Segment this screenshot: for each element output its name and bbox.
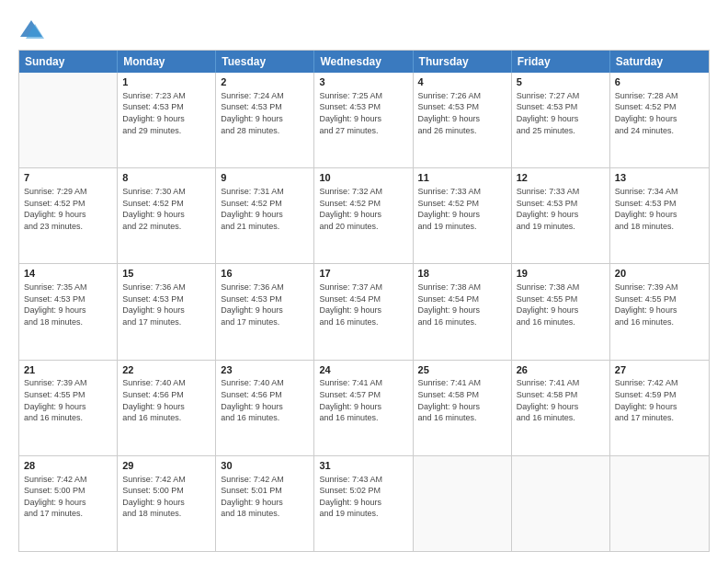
day-info: Sunrise: 7:41 AM Sunset: 4:57 PM Dayligh…: [319, 377, 407, 423]
calendar-cell: 22Sunrise: 7:40 AM Sunset: 4:56 PM Dayli…: [118, 361, 216, 455]
day-number: 26: [517, 363, 605, 377]
day-info: Sunrise: 7:23 AM Sunset: 4:53 PM Dayligh…: [122, 90, 210, 136]
day-number: 2: [221, 75, 309, 89]
day-number: 25: [418, 363, 506, 377]
day-info: Sunrise: 7:40 AM Sunset: 4:56 PM Dayligh…: [122, 377, 210, 423]
calendar-cell: 24Sunrise: 7:41 AM Sunset: 4:57 PM Dayli…: [314, 361, 413, 455]
calendar-row: 14Sunrise: 7:35 AM Sunset: 4:53 PM Dayli…: [19, 263, 709, 359]
day-info: Sunrise: 7:26 AM Sunset: 4:53 PM Dayligh…: [418, 90, 506, 136]
calendar-cell: 20Sunrise: 7:39 AM Sunset: 4:55 PM Dayli…: [610, 264, 709, 359]
day-info: Sunrise: 7:42 AM Sunset: 5:00 PM Dayligh…: [24, 474, 112, 520]
day-number: 8: [122, 171, 210, 185]
day-info: Sunrise: 7:36 AM Sunset: 4:53 PM Dayligh…: [221, 282, 309, 327]
day-info: Sunrise: 7:35 AM Sunset: 4:53 PM Dayligh…: [24, 282, 112, 327]
calendar-row: 1Sunrise: 7:23 AM Sunset: 4:53 PM Daylig…: [19, 73, 709, 167]
calendar-header-cell: Tuesday: [216, 51, 314, 73]
day-info: Sunrise: 7:42 AM Sunset: 5:01 PM Dayligh…: [221, 474, 309, 520]
day-number: 31: [319, 459, 407, 473]
day-number: 16: [221, 267, 309, 281]
day-number: 27: [615, 363, 704, 377]
calendar-cell: 19Sunrise: 7:38 AM Sunset: 4:55 PM Dayli…: [512, 264, 610, 359]
calendar-cell: 17Sunrise: 7:37 AM Sunset: 4:54 PM Dayli…: [314, 264, 413, 359]
calendar-cell: 8Sunrise: 7:30 AM Sunset: 4:52 PM Daylig…: [118, 168, 216, 263]
calendar-header-cell: Thursday: [414, 51, 512, 73]
day-number: 28: [24, 459, 112, 473]
day-number: 18: [418, 267, 506, 281]
day-number: 30: [221, 459, 309, 473]
day-info: Sunrise: 7:33 AM Sunset: 4:53 PM Dayligh…: [517, 186, 605, 232]
day-number: 5: [517, 75, 605, 89]
logo-icon: [18, 17, 44, 42]
calendar-cell: 23Sunrise: 7:40 AM Sunset: 4:56 PM Dayli…: [216, 361, 314, 455]
calendar-cell: [19, 73, 118, 167]
day-info: Sunrise: 7:40 AM Sunset: 4:56 PM Dayligh…: [221, 377, 309, 423]
calendar-cell: 27Sunrise: 7:42 AM Sunset: 4:59 PM Dayli…: [610, 361, 709, 455]
calendar-header-cell: Saturday: [610, 51, 709, 73]
calendar-header: SundayMondayTuesdayWednesdayThursdayFrid…: [19, 51, 709, 73]
calendar-cell: 29Sunrise: 7:42 AM Sunset: 5:00 PM Dayli…: [118, 456, 216, 551]
calendar-row: 28Sunrise: 7:42 AM Sunset: 5:00 PM Dayli…: [19, 455, 709, 551]
calendar-cell: 15Sunrise: 7:36 AM Sunset: 4:53 PM Dayli…: [118, 264, 216, 359]
day-number: 23: [221, 363, 309, 377]
day-number: 4: [418, 75, 506, 89]
logo: [18, 17, 48, 42]
day-info: Sunrise: 7:24 AM Sunset: 4:53 PM Dayligh…: [221, 90, 309, 136]
calendar-header-cell: Wednesday: [314, 51, 413, 73]
calendar-cell: 1Sunrise: 7:23 AM Sunset: 4:53 PM Daylig…: [118, 73, 216, 167]
calendar-cell: 4Sunrise: 7:26 AM Sunset: 4:53 PM Daylig…: [414, 73, 512, 167]
day-info: Sunrise: 7:41 AM Sunset: 4:58 PM Dayligh…: [517, 377, 605, 423]
calendar-cell: 31Sunrise: 7:43 AM Sunset: 5:02 PM Dayli…: [314, 456, 413, 551]
day-info: Sunrise: 7:34 AM Sunset: 4:53 PM Dayligh…: [615, 186, 704, 232]
calendar-cell: 6Sunrise: 7:28 AM Sunset: 4:52 PM Daylig…: [610, 73, 709, 167]
day-number: 9: [221, 171, 309, 185]
calendar-cell: 9Sunrise: 7:31 AM Sunset: 4:52 PM Daylig…: [216, 168, 314, 263]
calendar-cell: [610, 456, 709, 551]
day-info: Sunrise: 7:30 AM Sunset: 4:52 PM Dayligh…: [122, 186, 210, 232]
day-info: Sunrise: 7:41 AM Sunset: 4:58 PM Dayligh…: [418, 377, 506, 423]
day-info: Sunrise: 7:39 AM Sunset: 4:55 PM Dayligh…: [615, 282, 704, 327]
day-number: 10: [319, 171, 407, 185]
calendar-cell: 18Sunrise: 7:38 AM Sunset: 4:54 PM Dayli…: [414, 264, 512, 359]
day-info: Sunrise: 7:43 AM Sunset: 5:02 PM Dayligh…: [319, 474, 407, 520]
day-number: 13: [615, 171, 704, 185]
day-info: Sunrise: 7:39 AM Sunset: 4:55 PM Dayligh…: [24, 377, 112, 423]
calendar-cell: 10Sunrise: 7:32 AM Sunset: 4:52 PM Dayli…: [314, 168, 413, 263]
calendar-cell: 25Sunrise: 7:41 AM Sunset: 4:58 PM Dayli…: [414, 361, 512, 455]
calendar-cell: 26Sunrise: 7:41 AM Sunset: 4:58 PM Dayli…: [512, 361, 610, 455]
day-number: 22: [122, 363, 210, 377]
day-info: Sunrise: 7:38 AM Sunset: 4:55 PM Dayligh…: [517, 282, 605, 327]
calendar-cell: [512, 456, 610, 551]
calendar-cell: 13Sunrise: 7:34 AM Sunset: 4:53 PM Dayli…: [610, 168, 709, 263]
page: SundayMondayTuesdayWednesdayThursdayFrid…: [0, 0, 728, 563]
day-info: Sunrise: 7:28 AM Sunset: 4:52 PM Dayligh…: [615, 90, 704, 136]
day-info: Sunrise: 7:31 AM Sunset: 4:52 PM Dayligh…: [221, 186, 309, 232]
day-number: 3: [319, 75, 407, 89]
day-number: 20: [615, 267, 704, 281]
day-number: 29: [122, 459, 210, 473]
calendar-cell: 14Sunrise: 7:35 AM Sunset: 4:53 PM Dayli…: [19, 264, 118, 359]
day-number: 7: [24, 171, 112, 185]
day-number: 15: [122, 267, 210, 281]
day-info: Sunrise: 7:42 AM Sunset: 5:00 PM Dayligh…: [122, 474, 210, 520]
day-number: 24: [319, 363, 407, 377]
calendar-cell: [414, 456, 512, 551]
day-number: 1: [122, 75, 210, 89]
day-info: Sunrise: 7:33 AM Sunset: 4:52 PM Dayligh…: [418, 186, 506, 232]
day-info: Sunrise: 7:42 AM Sunset: 4:59 PM Dayligh…: [615, 377, 704, 423]
calendar: SundayMondayTuesdayWednesdayThursdayFrid…: [18, 50, 710, 552]
day-info: Sunrise: 7:32 AM Sunset: 4:52 PM Dayligh…: [319, 186, 407, 232]
calendar-cell: 28Sunrise: 7:42 AM Sunset: 5:00 PM Dayli…: [19, 456, 118, 551]
calendar-cell: 12Sunrise: 7:33 AM Sunset: 4:53 PM Dayli…: [512, 168, 610, 263]
day-info: Sunrise: 7:38 AM Sunset: 4:54 PM Dayligh…: [418, 282, 506, 327]
day-info: Sunrise: 7:36 AM Sunset: 4:53 PM Dayligh…: [122, 282, 210, 327]
calendar-header-cell: Sunday: [19, 51, 118, 73]
calendar-row: 21Sunrise: 7:39 AM Sunset: 4:55 PM Dayli…: [19, 360, 709, 455]
day-number: 21: [24, 363, 112, 377]
calendar-cell: 3Sunrise: 7:25 AM Sunset: 4:53 PM Daylig…: [314, 73, 413, 167]
calendar-body: 1Sunrise: 7:23 AM Sunset: 4:53 PM Daylig…: [19, 73, 709, 551]
calendar-cell: 7Sunrise: 7:29 AM Sunset: 4:52 PM Daylig…: [19, 168, 118, 263]
calendar-cell: 11Sunrise: 7:33 AM Sunset: 4:52 PM Dayli…: [414, 168, 512, 263]
day-number: 11: [418, 171, 506, 185]
day-info: Sunrise: 7:25 AM Sunset: 4:53 PM Dayligh…: [319, 90, 407, 136]
day-info: Sunrise: 7:29 AM Sunset: 4:52 PM Dayligh…: [24, 186, 112, 232]
